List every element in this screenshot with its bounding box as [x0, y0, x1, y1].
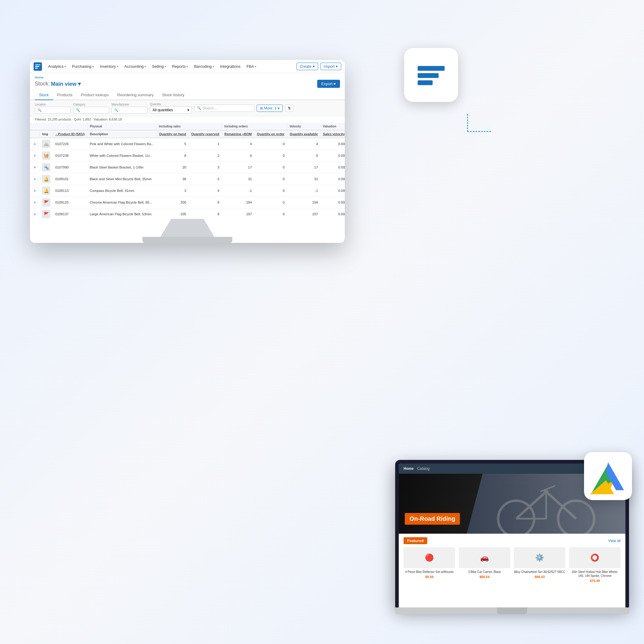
row-expand[interactable]: + — [30, 138, 40, 150]
row-expand[interactable]: + — [30, 185, 40, 197]
location-input[interactable]: 🔍 — [35, 107, 71, 114]
tab-stock-history[interactable]: Stock history — [158, 90, 188, 100]
row-qty-avail: 197 — [287, 208, 320, 219]
manufacturer-input[interactable]: 🔍 — [112, 107, 148, 114]
ecom-nav-catalog[interactable]: Catalog — [417, 467, 429, 471]
row-img: 🔩 — [40, 162, 53, 173]
sort-button[interactable]: ⇅ — [285, 105, 294, 112]
fishbowl-logo-icon — [413, 60, 449, 90]
row-sku[interactable]: 0107226 — [53, 138, 87, 150]
tab-product-lookups[interactable]: Product lookups — [77, 90, 113, 100]
row-expand[interactable]: + — [30, 173, 40, 185]
laptop-notch — [497, 607, 527, 614]
product-card[interactable]: 🔴 4 Piece Bike Reflector Set w/Mounts $9… — [404, 547, 455, 583]
more-filters-button[interactable]: ⊞ More: 1 ▾ — [257, 105, 283, 112]
product-card-price: $9.49 — [404, 575, 455, 579]
product-grid: 🔴 4 Piece Bike Reflector Set w/Mounts $9… — [404, 547, 621, 583]
search-icon: 🔍 — [37, 108, 42, 112]
product-card[interactable]: ⚙️ Alloy Chainwheel Set 36/42/52T 5BCC $… — [514, 547, 565, 583]
nav-reports[interactable]: Reports ▾ — [170, 63, 191, 70]
row-expand[interactable]: + — [30, 150, 40, 162]
th-qty-reserved[interactable]: Quantity reserved — [189, 130, 222, 138]
featured-section: Featured View all 🔴 4 Piece Bike Reflect… — [399, 534, 625, 586]
product-card[interactable]: ⭕ 20in Steel Hollow Hub Bike Wheel, 140,… — [569, 547, 621, 583]
monitor-base — [142, 237, 232, 243]
export-button[interactable]: Export ▾ — [317, 80, 340, 88]
filter-category: Category 🔍 — [73, 103, 109, 114]
import-button[interactable]: Import ▾ — [321, 63, 341, 70]
th-sku[interactable]: ↓ Product ID (SKU) — [53, 130, 87, 138]
chevron-down-icon: ▾ — [64, 65, 66, 68]
page-title-prefix: Stock: — [35, 81, 50, 87]
search-icon: 🔍 — [197, 106, 201, 110]
tab-reordering-summary[interactable]: Reordering summary — [113, 90, 158, 100]
row-img: 🚩 — [40, 208, 53, 219]
row-sku[interactable]: 0109113 — [53, 185, 87, 197]
th-group-valuation: Valuation — [321, 123, 345, 130]
th-qty-avail[interactable]: Quantity available — [287, 130, 320, 138]
nav-barcoding[interactable]: Barcoding ▾ — [192, 63, 216, 70]
row-qty-avail: 4 — [287, 138, 320, 150]
product-card-name: 3 Bike Car Carrier, Black — [459, 570, 510, 574]
row-qty-avail: 17 — [287, 162, 320, 173]
row-sku[interactable]: 0109125 — [53, 197, 87, 208]
nav-accounting-label: Accounting — [124, 64, 144, 69]
row-qty-order: 0 — [254, 173, 287, 185]
tab-products[interactable]: Products — [53, 90, 77, 100]
table-row: + 🚩 0109125 Chrome American Flag Bicycle… — [30, 197, 345, 208]
category-input[interactable]: 🔍 — [73, 107, 109, 114]
app-logo — [34, 62, 42, 71]
nav-purchasing[interactable]: Purchasing ▾ — [70, 63, 96, 70]
row-expand[interactable]: + — [30, 162, 40, 173]
product-card-price: $75.49 — [569, 579, 621, 583]
product-card-price: $80.54 — [459, 575, 510, 579]
row-expand[interactable]: + — [30, 197, 40, 208]
search-input[interactable]: 🔍 Search... — [194, 105, 254, 112]
row-velocity: 0.00 — [321, 197, 345, 208]
row-qty-order: 0 — [254, 185, 287, 197]
chevron-down-icon: ▾ — [117, 65, 118, 68]
th-remaining[interactable]: Remaining +BOM — [222, 130, 254, 138]
view-all-link[interactable]: View all — [608, 539, 621, 543]
filter-category-label: Category — [73, 103, 109, 106]
table-row: + 🚩 0109137 Large American Flag Bicycle … — [30, 208, 345, 219]
th-qty-hand[interactable]: Quantity on hand — [157, 130, 189, 138]
create-button[interactable]: Create ▾ — [297, 63, 318, 70]
th-velocity[interactable]: Sales velocity — [321, 130, 345, 138]
row-sku[interactable]: 0107238 — [53, 150, 87, 162]
row-expand[interactable]: + — [30, 208, 40, 219]
tab-stock[interactable]: Stock — [35, 90, 53, 100]
table-row: + 🧺 0107238 White with Colored Flowers B… — [30, 150, 345, 162]
nav-accounting[interactable]: Accounting ▾ — [122, 63, 148, 70]
row-sku[interactable]: 0109137 — [53, 208, 87, 219]
ecom-nav-home[interactable]: Home — [404, 467, 413, 471]
row-img: 🚩 — [40, 197, 53, 208]
nav-analytics[interactable]: Analytics ▾ — [46, 63, 68, 70]
product-card-name: Alloy Chainwheel Set 36/42/52T 5BCC — [514, 570, 565, 574]
row-qty-avail: 6 — [287, 150, 320, 162]
hero-headline: On-Road Riding — [410, 515, 455, 522]
row-sku[interactable]: 0107990 — [53, 162, 87, 173]
breadcrumb[interactable]: Home — [35, 76, 340, 79]
nav-inventory-label: Inventory — [100, 64, 116, 69]
svg-rect-11 — [418, 80, 433, 85]
nav-selling[interactable]: Selling ▾ — [150, 63, 168, 70]
product-thumbnail: 🚲 — [42, 140, 50, 148]
nav-bar: Analytics ▾ Purchasing ▾ Inventory ▾ Acc… — [30, 60, 345, 73]
nav-inventory[interactable]: Inventory ▾ — [97, 63, 121, 70]
page-title-main[interactable]: Main view ▾ — [51, 81, 81, 87]
nav-fba[interactable]: FBA ▾ — [244, 63, 259, 70]
quantity-select[interactable]: All quantities ▾ — [150, 106, 192, 114]
row-qty-avail: -1 — [287, 185, 320, 197]
th-qty-order[interactable]: Quantity on order — [254, 130, 287, 138]
th-group-including-sales: Including sales — [157, 123, 222, 130]
product-card[interactable]: 🚗 3 Bike Car Carrier, Black $80.54 — [459, 547, 510, 583]
nav-integrations[interactable]: Integrations — [218, 63, 243, 70]
row-sku[interactable]: 0109101 — [53, 173, 87, 185]
featured-header: Featured View all — [404, 537, 621, 544]
product-card-image: 🚗 — [459, 547, 510, 568]
app-icon-google-drive — [584, 452, 632, 500]
row-velocity: 0.00 — [321, 185, 345, 197]
row-qty-avail: 31 — [287, 173, 320, 185]
table-row: + 🔩 0107990 Black Steel Basket Bracket, … — [30, 162, 345, 173]
